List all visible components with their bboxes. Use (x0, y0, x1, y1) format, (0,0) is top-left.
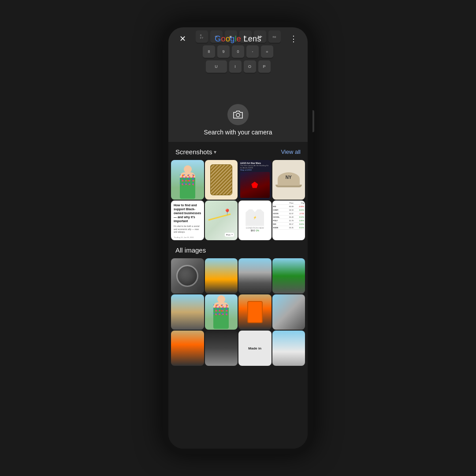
tshirt-price: $60 1% (251, 229, 259, 232)
stocks-price-nio: 39.17 (284, 223, 294, 225)
image-arch[interactable] (171, 294, 204, 330)
stocks-price-bki: 63.09 (284, 205, 294, 208)
phone-screen: 6F7 ≪ ⏹ ⏭ ▶▶ no 8 9 0 - = U I O (168, 27, 308, 449)
camera-icon (233, 110, 243, 119)
stocks-ticker-nio: NIO (273, 223, 283, 225)
stocks-row-7: SGDB 16.25 0.51% (273, 226, 305, 230)
image-rocks[interactable] (272, 294, 305, 330)
hat-container (275, 172, 302, 187)
stocks-price-sgdb: 16.25 (284, 227, 294, 229)
map-label: Maps ™ (225, 233, 234, 237)
stocks-change-googl: 0.51% (294, 216, 304, 218)
screenshot-man[interactable] (171, 160, 204, 200)
image-made[interactable]: Made in (238, 331, 271, 366)
image-city[interactable] (205, 331, 238, 366)
lens-title: Google Lens (215, 34, 261, 44)
stocks-col-ticker (273, 202, 283, 204)
screenshot-lego[interactable]: LEGO Art Star Wars The Sith Canvas Art S… (238, 160, 271, 200)
stocks-ticker-sgdb: SGDB (273, 227, 283, 229)
stocks-ticker-goog: GOOG (273, 212, 283, 215)
article-title: How to find and support Black-owned busi… (174, 203, 201, 223)
camera-button[interactable] (227, 104, 249, 125)
stocks-change-chwy: 0.61% (294, 209, 304, 211)
google-logo-o2: o (226, 34, 230, 43)
stocks-row-5: POLY 21.79 1.05% (273, 219, 305, 223)
image-man2[interactable] (205, 294, 238, 330)
view-all-link[interactable]: View all (281, 149, 301, 155)
screenshot-article[interactable]: How to find and support Black-owned busi… (171, 201, 204, 240)
chevron-down-icon: ▾ (214, 149, 216, 155)
main-content[interactable]: Screenshots ▾ View all (168, 142, 308, 449)
google-logo-e: e (237, 34, 241, 43)
jacket-plaid (210, 164, 232, 195)
screenshot-jacket[interactable] (205, 160, 238, 200)
phone-frame: 6F7 ≪ ⏹ ⏭ ▶▶ no 8 9 0 - = U I O (163, 22, 313, 454)
key-p: P (258, 60, 271, 73)
person-body-2 (213, 302, 229, 329)
stocks-col-change: Chg (294, 202, 304, 204)
image-tram2[interactable] (171, 331, 204, 366)
more-button[interactable]: ⋮ (286, 32, 301, 46)
all-images-grid: Made in (168, 258, 308, 366)
stocks-change-sgdb: 0.51% (294, 227, 304, 229)
lego-subtext: The Sith Canvas Art Set Building Kit for… (240, 164, 270, 169)
key-u: U (206, 60, 227, 73)
tram-shape (247, 301, 263, 323)
stocks-ticker-poly: POLY (273, 219, 283, 222)
darth-vader-icon: ⬟ (251, 180, 258, 190)
svg-point-0 (236, 113, 240, 117)
stocks-change-goog: -2.701 (294, 212, 304, 215)
lens-header: ✕ Google Lens ⋮ (168, 27, 308, 50)
map-pin-icon: 📍 (223, 208, 231, 216)
lego-image: ⬟ (240, 172, 270, 198)
image-tram[interactable] (238, 294, 271, 330)
lens-word: Lens (241, 34, 261, 43)
person-body (180, 172, 195, 199)
screenshots-section-header: Screenshots ▾ View all (168, 142, 308, 160)
camera-section: Search with your camera (168, 104, 308, 142)
keyboard-camera-area: 6F7 ≪ ⏹ ⏭ ▶▶ no 8 9 0 - = U I O (168, 27, 308, 142)
stocks-row-4: GOOGL 56.43 0.51% (273, 216, 305, 219)
all-images-section-header: All images (168, 240, 308, 258)
spiral-visual (176, 265, 198, 287)
screenshot-tshirt[interactable]: ⚡ CONDITION NEW $60 1% (238, 201, 271, 240)
image-forest[interactable] (272, 258, 305, 294)
key-i: I (229, 60, 242, 73)
stocks-ticker-chwy: CHWY (273, 209, 283, 211)
screenshot-map[interactable]: 📍 Maps ™ (205, 201, 238, 240)
close-button[interactable]: ✕ (175, 32, 190, 46)
flower-patch (180, 175, 195, 186)
stocks-change-bki: -0.93% (294, 205, 304, 208)
side-button[interactable] (312, 110, 314, 132)
stocks-row-3: GOOG 52.07 -2.701 (273, 212, 305, 216)
image-mountain[interactable] (238, 258, 271, 294)
screenshots-grid: LEGO Art Star Wars The Sith Canvas Art S… (168, 160, 308, 240)
image-store[interactable] (272, 331, 305, 366)
stocks-row-1: BKI 63.09 -0.93% (273, 205, 305, 208)
screenshot-hat[interactable] (272, 160, 305, 200)
image-spiral[interactable] (171, 258, 204, 294)
stocks-row-6: NIO 39.17 0.01% (273, 223, 305, 226)
tshirt-design: ⚡ (253, 216, 257, 219)
google-logo-g2: g (230, 34, 234, 43)
stocks-header-row: Price Chg (273, 201, 305, 205)
stocks-price-chwy: 18.19 (284, 209, 294, 211)
article-date: Thu Aug 13, Jun 06, 2021 (174, 236, 194, 238)
google-logo-o1: o (221, 34, 226, 43)
stocks-price-googl: 56.43 (284, 216, 294, 218)
person-head (184, 165, 192, 173)
stocks-change-nio: 0.01% (294, 223, 304, 225)
screenshots-title[interactable]: Screenshots ▾ (175, 148, 216, 156)
key-o: O (244, 60, 256, 73)
search-with-camera-text: Search with your camera (204, 129, 272, 136)
stocks-price-goog: 52.07 (284, 212, 294, 215)
screenshots-label: Screenshots (175, 148, 212, 156)
tshirt-shape: ⚡ (245, 209, 264, 226)
made-in-text: Made in (248, 346, 261, 350)
screenshot-stocks[interactable]: Price Chg BKI 63.09 -0.93% CHWY 18.19 0.… (272, 201, 305, 240)
stocks-row-2: CHWY 18.19 0.61% (273, 208, 305, 212)
hat-shape (278, 172, 300, 186)
stocks-col-price: Price (284, 202, 294, 204)
image-sunset[interactable] (205, 258, 238, 294)
stocks-ticker-bki: BKI (273, 205, 283, 208)
